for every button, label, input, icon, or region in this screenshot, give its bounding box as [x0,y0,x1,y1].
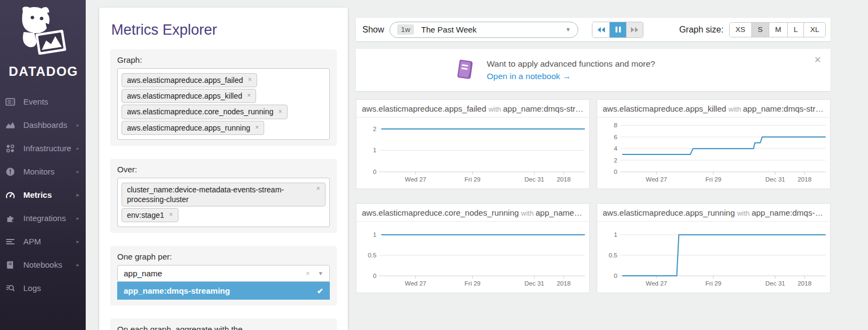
over-section: Over: cluster_name:device-metadata-event… [110,159,337,234]
sidebar-item-metrics[interactable]: Metrics▸ [0,183,86,206]
svg-text:1: 1 [373,231,376,238]
monitors-icon [5,167,15,177]
graph-label: Graph: [117,55,330,64]
sidebar-item-integrations[interactable]: Integrations▸ [0,206,86,230]
remove-tag-icon[interactable]: × [255,124,259,132]
over-label: Over: [117,165,330,174]
svg-text:Fri 29: Fri 29 [705,280,721,287]
sidebar-item-label: Infrastructure [23,144,71,153]
metric-tag-label: aws.elasticmapreduce.apps_failed [127,75,243,85]
over-filters-input[interactable]: cluster_name:device-metadata-events-stre… [117,178,330,228]
close-icon[interactable]: ✕ [814,55,821,65]
group-option-selected[interactable]: app_name:dmqs-streaming ✔ [117,282,330,300]
chart-title: aws.elasticmapreduce.apps_running with a… [597,204,830,222]
chart-title: aws.elasticmapreduce.apps_killed with ap… [597,100,830,118]
chart-title: aws.elasticmapreduce.apps_failed with ap… [356,100,589,118]
pause-button[interactable] [609,22,626,37]
rewind-button[interactable] [592,22,609,37]
chart-title-conjunction: with [729,105,743,113]
svg-text:Wed 27: Wed 27 [646,176,667,183]
graph-size-m-button[interactable]: M [769,23,787,37]
chevron-down-icon: ▼ [318,270,323,276]
metric-tag-label: aws.elasticmapreduce.apps_running [127,123,250,133]
svg-text:2018: 2018 [557,280,571,287]
time-range-select[interactable]: 1w The Past Week ▼ [390,22,578,38]
remove-tag-icon[interactable]: × [278,108,282,117]
sidebar-item-events[interactable]: Events [0,90,86,113]
chevron-down-icon: ▼ [565,27,571,33]
chart-scope: app_name:dmqs-streaming [503,104,589,113]
svg-text:Fri 29: Fri 29 [464,176,480,183]
notebook-icon [455,58,476,82]
svg-text:Wed 27: Wed 27 [646,280,667,287]
sidebar-item-label: Dashboards [23,120,67,130]
one-graph-per-select[interactable]: app_name × ▼ [117,265,330,282]
chart-card: aws.elasticmapreduce.apps_killed with ap… [597,99,831,189]
graph-size-l-button[interactable]: L [787,23,804,37]
remove-tag-icon[interactable]: × [248,76,252,85]
sidebar-item-label: Monitors [23,167,55,176]
chart-card: aws.elasticmapreduce.apps_failed with ap… [356,99,590,189]
datadog-logo[interactable]: DATADOG [0,0,86,79]
filter-tag-line: env:stage1× [122,208,326,222]
sidebar-item-notebooks[interactable]: Notebooks▸ [0,253,86,276]
one-graph-per-section: One graph per: app_name × ▼ app_name:dmq… [110,246,337,306]
metric-tag: aws.elasticmapreduce.core_nodes_running× [122,105,288,119]
sidebar-item-label: Integrations [23,213,66,223]
filter-tag: env:stage1× [122,208,178,222]
filter-tag: cluster_name:device-metadata-events-stre… [122,183,326,206]
sidebar-item-dashboards[interactable]: Dashboards▸ [0,113,86,137]
svg-text:2018: 2018 [797,280,812,287]
sidebar-item-label: APM [23,237,41,246]
chart-metric-name: aws.elasticmapreduce.apps_killed [603,104,729,113]
aggregate-label: On each graph, aggregate with the [117,325,330,330]
svg-text:2018: 2018 [557,176,571,183]
graph-size-s-button[interactable]: S [751,23,769,37]
remove-tag-icon[interactable]: × [316,185,320,193]
chart-plot-area[interactable]: 02468Wed 27Fri 29Dec 312018 [597,118,830,189]
remove-tag-icon[interactable]: × [169,211,173,219]
svg-text:Fri 29: Fri 29 [705,176,721,183]
sidebar-item-label: Metrics [23,190,52,199]
metric-tag: aws.elasticmapreduce.apps_failed× [122,73,257,87]
chart-plot-area[interactable]: 00.51Wed 27Fri 29Dec 312018 [356,222,589,293]
sidebar-nav: EventsDashboards▸Infrastructure▸Monitors… [0,90,86,300]
chart-card: aws.elasticmapreduce.apps_running with a… [597,203,831,293]
chart-plot-area[interactable]: 00.51Wed 27Fri 29Dec 312018 [597,222,830,293]
filter-tag-label: env:stage1 [127,210,164,220]
brand-wordmark: DATADOG [9,64,86,79]
sidebar-item-apm[interactable]: APM▸ [0,230,86,253]
open-in-notebook-link[interactable]: Open in a notebook → [487,72,655,81]
chevron-right-icon: ▸ [76,169,79,174]
svg-text:Wed 27: Wed 27 [405,280,426,287]
sidebar-item-label: Logs [23,283,41,293]
banner-message: Want to apply advanced functions and mor… [487,59,655,69]
time-range-value: The Past Week [421,25,476,34]
metric-tag-line: aws.elasticmapreduce.core_nodes_running× [122,105,326,119]
chevron-right-icon: ▸ [76,122,79,128]
chart-scope: app_name:dmqs-streaming [743,104,830,113]
page-title: Metrics Explorer [111,22,348,38]
remove-tag-icon[interactable]: × [247,92,251,100]
chart-plot-area[interactable]: 012Wed 27Fri 29Dec 312018 [356,118,589,189]
clear-icon[interactable]: × [306,269,310,277]
metric-tag-line: aws.elasticmapreduce.apps_killed× [122,89,326,103]
sidebar-item-logs[interactable]: Logs [0,276,86,300]
infrastructure-icon [5,144,15,153]
check-icon: ✔ [317,287,323,295]
graph-size-xl-button[interactable]: XL [803,23,825,37]
chart-metric-name: aws.elasticmapreduce.apps_running [603,208,737,217]
events-icon [5,97,15,107]
svg-text:Fri 29: Fri 29 [464,280,480,287]
graph-metrics-input[interactable]: aws.elasticmapreduce.apps_failed×aws.ela… [117,68,330,140]
one-graph-per-value: app_name [124,269,162,278]
graph-size-xs-button[interactable]: XS [730,23,751,37]
svg-text:1: 1 [614,231,617,238]
sidebar-item-monitors[interactable]: Monitors▸ [0,160,86,183]
metric-tag: aws.elasticmapreduce.apps_killed× [122,89,256,103]
svg-text:8: 8 [614,122,617,128]
chevron-right-icon: ▸ [76,262,79,268]
sidebar-item-infrastructure[interactable]: Infrastructure▸ [0,137,86,160]
chart-metric-name: aws.elasticmapreduce.apps_failed [362,104,488,113]
fast-forward-button[interactable] [626,22,643,37]
